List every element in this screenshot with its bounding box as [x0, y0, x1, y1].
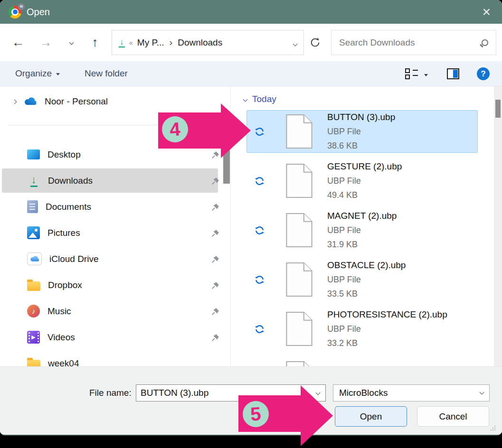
sync-icon — [254, 126, 265, 138]
sidebar-item-onedrive[interactable]: Noor - Personal — [0, 93, 218, 111]
help-button[interactable]: ? — [477, 67, 490, 80]
chevron-down-icon — [480, 390, 484, 394]
file-row-magnet2[interactable]: MAGNET (2).ubp UBP File 31.9 KB — [246, 209, 478, 252]
navigation-bar: ← → ↑ ↓ « My P... › Downloads — [0, 24, 502, 61]
icloud-icon — [27, 252, 42, 265]
file-row-button3[interactable]: BUTTON (3).ubp UBP File 38.6 KB — [246, 110, 478, 153]
chrome-icon: N — [9, 6, 21, 19]
sync-icon — [254, 224, 265, 236]
file-rows: BUTTON (3).ubp UBP File 38.6 KB — [246, 110, 478, 366]
close-icon[interactable]: × — [482, 5, 493, 19]
sync-icon — [254, 323, 265, 335]
file-open-dialog: N Open × ← → ↑ ↓ « My P... › Downloads — [0, 0, 502, 436]
sidebar-item-week04[interactable]: week04 — [0, 350, 230, 366]
onedrive-cloud-icon — [23, 97, 38, 106]
filetype-select[interactable]: MicroBlocks — [333, 384, 490, 401]
sidebar-item-downloads[interactable]: ↓ Downloads — [0, 168, 230, 194]
open-button[interactable]: Open — [335, 406, 407, 427]
file-size: 38.6 KB — [327, 139, 395, 153]
file-list-scrollbar[interactable] — [494, 86, 502, 366]
chevron-down-icon — [243, 97, 248, 102]
command-bar: Organize New folder ? — [0, 61, 502, 86]
address-bar[interactable]: ↓ « My P... › Downloads — [112, 30, 304, 55]
file-name: OBSTACLE (2).ubp — [327, 258, 406, 272]
screenshot-root: N Open × ← → ↑ ↓ « My P... › Downloads — [0, 0, 502, 448]
file-row-photoresistance2[interactable]: PHOTORESISTANCE (2).ubp UBP File 33.2 KB — [246, 308, 478, 350]
chrome-badge-icon: N — [18, 3, 25, 10]
documents-icon — [27, 200, 38, 213]
file-size: 33.2 KB — [327, 336, 447, 350]
refresh-icon — [310, 37, 321, 48]
recent-locations-button[interactable] — [63, 24, 80, 61]
pin-icon[interactable] — [211, 281, 220, 289]
file-icon — [286, 361, 313, 366]
search-box — [331, 30, 496, 55]
pin-icon[interactable] — [211, 255, 220, 263]
sidebar-item-documents[interactable]: Documents — [0, 194, 230, 220]
cancel-button[interactable]: Cancel — [417, 406, 489, 427]
sidebar-item-pictures[interactable]: Pictures — [0, 220, 230, 246]
annotation-arrow-4-head — [221, 103, 251, 158]
preview-pane-button[interactable] — [447, 68, 459, 79]
sidebar-items: Desktop ↓ Downloads — [0, 141, 230, 366]
file-type: UBP File — [327, 272, 406, 287]
address-dropdown-button[interactable] — [294, 37, 297, 48]
file-type: UBP File — [327, 174, 402, 188]
sidebar-item-icloud-drive[interactable]: iCloud Drive — [0, 246, 230, 272]
group-header-today[interactable]: Today — [244, 94, 276, 104]
view-dropdown-caret-icon[interactable] — [424, 74, 428, 76]
file-row-potentiometer2[interactable]: POTENTIOMETER (2).ubp — [246, 357, 478, 366]
scrollbar-thumb[interactable] — [495, 100, 501, 118]
breadcrumb-current[interactable]: Downloads — [178, 37, 222, 48]
search-input[interactable] — [339, 37, 482, 48]
file-name: PHOTORESISTANCE (2).ubp — [327, 308, 447, 322]
pin-icon[interactable] — [211, 333, 220, 342]
sidebar-item-dropbox[interactable]: Dropbox — [0, 272, 230, 298]
file-icon — [286, 311, 313, 346]
pictures-icon — [27, 226, 40, 239]
new-folder-button[interactable]: New folder — [85, 61, 128, 86]
chevron-down-icon — [293, 41, 298, 46]
sync-icon — [254, 175, 265, 187]
search-icon[interactable] — [482, 39, 488, 46]
breadcrumb-overflow-icon[interactable]: « — [129, 38, 133, 47]
folder-icon — [27, 360, 40, 366]
window-title: Open — [27, 7, 50, 18]
folder-icon — [27, 281, 40, 291]
resize-grip[interactable] — [491, 426, 496, 431]
file-icon — [286, 262, 313, 297]
breadcrumb-parent[interactable]: My P... — [137, 37, 164, 48]
file-type: UBP File — [327, 322, 447, 336]
up-button[interactable]: ↑ — [85, 24, 104, 61]
change-view-button[interactable] — [405, 68, 418, 79]
file-size: 33.5 KB — [327, 287, 406, 301]
sidebar-item-music[interactable]: ♪ Music — [0, 298, 230, 324]
file-icon — [286, 163, 313, 198]
file-row-obstacle2[interactable]: OBSTACLE (2).ubp UBP File 33.5 KB — [246, 258, 478, 301]
pin-icon[interactable] — [211, 150, 220, 159]
forward-button[interactable]: → — [36, 24, 55, 61]
caret-down-icon — [56, 73, 60, 75]
file-size: 31.9 KB — [327, 237, 397, 252]
pin-icon[interactable] — [211, 229, 220, 237]
music-icon: ♪ — [27, 305, 40, 317]
chevron-down-icon — [69, 40, 74, 45]
desktop-icon — [27, 149, 40, 159]
refresh-button[interactable] — [304, 30, 326, 55]
file-name: MAGNET (2).ubp — [327, 209, 397, 223]
organize-button[interactable]: Organize — [15, 61, 60, 86]
sidebar-item-label: Noor - Personal — [45, 96, 108, 107]
sidebar-item-videos[interactable]: ▶ Videos — [0, 324, 230, 350]
main-content: Noor - Personal Desktop ↓ Downlo — [0, 86, 502, 366]
pin-icon[interactable] — [211, 177, 220, 185]
annotation-arrow-5-head — [301, 385, 333, 446]
file-row-gesture2[interactable]: GESTURE (2).ubp UBP File 49.4 KB — [246, 159, 478, 202]
expand-chevron-icon[interactable] — [12, 99, 17, 104]
videos-icon: ▶ — [27, 331, 40, 344]
back-button[interactable]: ← — [9, 24, 28, 61]
pin-icon[interactable] — [211, 307, 220, 316]
file-type: UBP File — [327, 223, 397, 237]
file-name: BUTTON (3).ubp — [327, 110, 395, 124]
downloads-icon: ↓ — [27, 174, 40, 187]
pin-icon[interactable] — [211, 203, 220, 211]
